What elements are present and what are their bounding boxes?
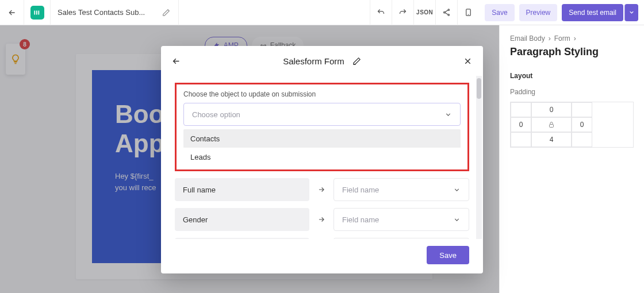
pencil-icon: [352, 57, 361, 65]
dropdown-option-leads[interactable]: Leads: [183, 148, 461, 166]
send-label: Send test email: [569, 9, 616, 17]
padding-top[interactable]: 0: [531, 102, 572, 117]
target-field-select[interactable]: Field name: [334, 238, 469, 239]
save-button-top[interactable]: Save: [485, 4, 514, 21]
chevron-down-icon: [628, 9, 635, 16]
object-select[interactable]: Choose option: [183, 103, 461, 126]
close-icon: [463, 56, 473, 66]
modal-edit-title[interactable]: [352, 57, 361, 65]
object-select-label: Choose the object to update on submissio…: [183, 90, 461, 98]
main-area: 8 AMP Fallback BooApp Hey ${first_you wi…: [0, 25, 644, 293]
modal-back-button[interactable]: [171, 56, 181, 66]
share-button[interactable]: [435, 0, 457, 25]
svg-point-2: [448, 14, 450, 16]
target-placeholder: Field name: [342, 186, 379, 194]
back-button[interactable]: [0, 0, 24, 25]
arrow-left-icon: [7, 8, 17, 17]
topbar: Sales Test Contacts Sub... JSON Save Pre…: [0, 0, 644, 25]
send-caret-button[interactable]: [624, 4, 638, 21]
field-map-row: Full name Field name: [175, 178, 469, 201]
target-placeholder: Field name: [342, 215, 379, 224]
side-section-layout: Layout: [510, 72, 634, 80]
field-map-row: Which of the following web browsers do F…: [175, 238, 469, 239]
object-select-placeholder: Choose option: [192, 110, 240, 119]
padding-grid[interactable]: 0 0 0 4: [510, 102, 634, 148]
arrow-left-icon: [171, 56, 181, 66]
pencil-icon[interactable]: [162, 9, 170, 17]
brand-logo: [24, 0, 51, 25]
save-label: Save: [492, 9, 507, 17]
crumb-form[interactable]: Form: [554, 34, 570, 43]
svg-point-0: [448, 9, 450, 11]
chevron-down-icon: [444, 111, 452, 118]
breadcrumb[interactable]: Email Body› Form›: [510, 34, 634, 43]
padding-bottom[interactable]: 4: [531, 132, 572, 147]
json-label: JSON: [416, 9, 433, 16]
device-button[interactable]: [457, 0, 479, 25]
highlight-box: Choose the object to update on submissio…: [175, 83, 469, 171]
source-field: Which of the following web browsers do: [175, 238, 309, 239]
target-field-select[interactable]: Field name: [334, 208, 469, 231]
modal-footer: Save: [161, 239, 483, 273]
side-sub-padding: Padding: [510, 88, 634, 96]
target-field-select[interactable]: Field name: [334, 178, 469, 201]
brand-chip-icon: [30, 6, 44, 20]
dropdown-option-contacts[interactable]: Contacts: [183, 129, 461, 148]
document-title-text: Sales Test Contacts Sub...: [57, 8, 145, 17]
modal-close-button[interactable]: [463, 56, 473, 66]
source-field: Gender: [175, 208, 309, 231]
scrollbar[interactable]: [476, 76, 482, 239]
document-title[interactable]: Sales Test Contacts Sub...: [51, 0, 179, 25]
padding-right[interactable]: 0: [572, 117, 592, 132]
salesform-modal: Salesform Form Choose the object to upda…: [161, 46, 483, 273]
send-test-email-button[interactable]: Send test email: [562, 4, 623, 21]
padding-lock[interactable]: [531, 117, 572, 132]
lock-icon: [548, 121, 555, 128]
crumb-email-body[interactable]: Email Body: [510, 34, 545, 43]
device-icon: [464, 8, 473, 17]
svg-rect-4: [550, 125, 554, 128]
undo-button[interactable]: [370, 0, 392, 25]
svg-point-1: [444, 11, 446, 13]
modal-header: Salesform Form: [161, 46, 483, 76]
undo-icon: [377, 8, 385, 17]
source-field: Full name: [175, 178, 309, 201]
side-panel: Email Body› Form› Paragraph Styling Layo…: [499, 25, 644, 293]
modal-body: Choose the object to update on submissio…: [161, 76, 483, 239]
modal-save-label: Save: [439, 251, 457, 260]
side-heading: Paragraph Styling: [510, 46, 634, 58]
object-dropdown: Contacts Leads: [183, 129, 461, 166]
json-button[interactable]: JSON: [413, 0, 435, 25]
field-map-row: Gender Field name: [175, 208, 469, 231]
arrow-right-icon: [317, 215, 325, 223]
chevron-down-icon: [453, 216, 461, 223]
preview-label: Preview: [526, 9, 551, 17]
redo-button[interactable]: [392, 0, 413, 25]
modal-save-button[interactable]: Save: [427, 246, 469, 264]
padding-left[interactable]: 0: [511, 117, 531, 132]
share-icon: [442, 8, 451, 17]
chevron-down-icon: [453, 186, 461, 194]
preview-button[interactable]: Preview: [519, 4, 558, 21]
redo-icon: [398, 8, 407, 17]
arrow-right-icon: [317, 186, 325, 194]
modal-title: Salesform Form: [283, 56, 344, 66]
